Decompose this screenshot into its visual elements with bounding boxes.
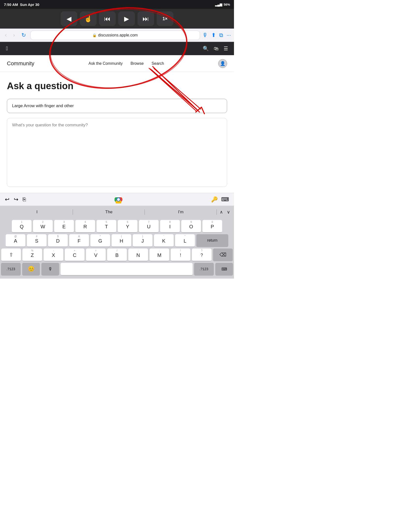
forward-nav-button[interactable]: › bbox=[11, 31, 17, 39]
question-title-input[interactable] bbox=[7, 99, 227, 113]
key-question[interactable]: ? ? bbox=[192, 249, 212, 261]
key-icon: 🔑 bbox=[211, 196, 218, 202]
play-icon: ▶ bbox=[124, 15, 129, 23]
wifi-icon: ▂▄▆ bbox=[215, 3, 222, 6]
password-button[interactable]: 🔑 bbox=[211, 196, 218, 203]
key-k[interactable]: ' K bbox=[154, 234, 174, 247]
undo-button[interactable]: ↩ bbox=[5, 196, 9, 203]
key-g[interactable]: * G bbox=[90, 234, 110, 247]
key-d[interactable]: $ D bbox=[48, 234, 68, 247]
chrome-icon bbox=[115, 196, 122, 203]
return-key[interactable]: return bbox=[196, 234, 228, 247]
finger-button[interactable]: ☝ bbox=[80, 11, 97, 26]
key-v[interactable]: = V bbox=[86, 249, 106, 261]
numbers-key-right[interactable]: .?123 bbox=[194, 263, 214, 276]
key-p[interactable]: 0 P bbox=[202, 220, 222, 233]
back-button[interactable]: ◀ bbox=[61, 11, 77, 26]
question-body-input[interactable] bbox=[7, 118, 227, 187]
keyboard-row-1: 1 Q 2 W 3 E 4 R 5 T 6 Y 7 U 8 I bbox=[1, 220, 233, 233]
lock-icon: 🔒 bbox=[92, 33, 97, 37]
next-icon: ⏭ bbox=[143, 15, 149, 23]
keyboard-layout-key[interactable]: ⌨ bbox=[215, 263, 233, 276]
url-bar[interactable]: 🔒 discussions.apple.com bbox=[30, 31, 200, 40]
mic-button[interactable]: 🎙 bbox=[202, 32, 208, 38]
key-q[interactable]: 1 Q bbox=[12, 220, 32, 233]
key-i[interactable]: 8 I bbox=[160, 220, 180, 233]
predictive-item-3[interactable]: I'm bbox=[145, 208, 217, 216]
key-exclaim[interactable]: ! ! bbox=[171, 249, 190, 261]
numbers-key[interactable]: .?123 bbox=[1, 263, 21, 276]
status-right: ▂▄▆ 56% bbox=[215, 3, 230, 6]
tab-button[interactable]: ⧉ bbox=[219, 32, 223, 38]
paste-icon: ⎘ bbox=[23, 196, 26, 202]
media-controls-bar: ◀ ☝ ⏮ ▶ ⏭ 1× bbox=[0, 9, 234, 29]
next-button[interactable]: ⏭ bbox=[137, 11, 154, 26]
key-e[interactable]: 3 E bbox=[54, 220, 74, 233]
key-m[interactable]: : M bbox=[150, 249, 169, 261]
apple-nav:  🔍 🛍 ☰ bbox=[0, 42, 234, 55]
prev-icon: ⏮ bbox=[104, 15, 111, 23]
key-u[interactable]: 7 U bbox=[139, 220, 159, 233]
key-n[interactable]: ; N bbox=[128, 249, 148, 261]
keyboard-row-3: ⇧ % Z - X + C = V / B ; N : M bbox=[1, 249, 233, 261]
redo-icon: ↪ bbox=[14, 196, 18, 202]
play-button[interactable]: ▶ bbox=[118, 11, 135, 26]
community-logo[interactable]: Community bbox=[7, 60, 34, 67]
collapse-keyboard-up[interactable]: ∧ bbox=[220, 209, 223, 215]
browse-link[interactable]: Browse bbox=[131, 61, 144, 66]
bottom-toolbar: ↩ ↪ ⎘ 🔑 ⌨ bbox=[0, 193, 234, 206]
redo-button[interactable]: ↪ bbox=[14, 196, 18, 203]
ask-community-link[interactable]: Ask the Community bbox=[88, 61, 123, 66]
key-y[interactable]: 6 Y bbox=[118, 220, 137, 233]
tab-icon: ⧉ bbox=[219, 32, 223, 38]
key-f[interactable]: & F bbox=[69, 234, 89, 247]
back-nav-button[interactable]: ‹ bbox=[3, 31, 9, 39]
keyboard-settings-button[interactable]: ⌨ bbox=[221, 196, 229, 203]
bottom-toolbar-right: 🔑 ⌨ bbox=[211, 196, 229, 203]
keyboard: 1 Q 2 W 3 E 4 R 5 T 6 Y 7 U 8 I bbox=[0, 218, 234, 279]
avatar-icon: 👤 bbox=[220, 61, 225, 66]
more-button[interactable]: ··· bbox=[227, 32, 231, 38]
shift-key[interactable]: ⇧ bbox=[1, 249, 21, 261]
keyboard-row-2: @ A # S $ D & F * G ( H ) J ' K bbox=[1, 234, 233, 247]
speed-button[interactable]: 1× bbox=[157, 11, 173, 26]
search-link[interactable]: Search bbox=[151, 61, 164, 66]
collapse-keyboard-down[interactable]: ∨ bbox=[227, 209, 230, 215]
key-s[interactable]: # S bbox=[27, 234, 47, 247]
svg-point-10 bbox=[117, 198, 120, 201]
prev-button[interactable]: ⏮ bbox=[99, 11, 116, 26]
key-a[interactable]: @ A bbox=[6, 234, 25, 247]
bag-icon[interactable]: 🛍 bbox=[214, 46, 219, 51]
predictive-item-1[interactable]: I bbox=[1, 208, 73, 216]
search-icon[interactable]: 🔍 bbox=[203, 46, 209, 51]
keyboard-layout-icon: ⌨ bbox=[221, 267, 227, 271]
paste-button[interactable]: ⎘ bbox=[23, 196, 26, 203]
key-j[interactable]: ) J bbox=[133, 234, 152, 247]
key-x[interactable]: - X bbox=[44, 249, 63, 261]
space-key[interactable] bbox=[61, 263, 193, 276]
mic-icon: 🎙 bbox=[202, 32, 208, 38]
dictation-key[interactable]: 🎙 bbox=[41, 263, 59, 276]
share-button[interactable]: ⬆ bbox=[211, 32, 216, 38]
key-r[interactable]: 4 R bbox=[75, 220, 95, 233]
key-h[interactable]: ( H bbox=[112, 234, 131, 247]
undo-icon: ↩ bbox=[5, 196, 9, 202]
key-z[interactable]: % Z bbox=[22, 249, 42, 261]
predictive-item-2[interactable]: The bbox=[73, 208, 145, 216]
share-icon: ⬆ bbox=[211, 32, 216, 38]
menu-icon[interactable]: ☰ bbox=[224, 46, 228, 51]
emoji-key[interactable]: 😊 bbox=[22, 263, 40, 276]
key-o[interactable]: 9 O bbox=[181, 220, 201, 233]
page-title: Ask a question bbox=[7, 81, 227, 91]
key-t[interactable]: 5 T bbox=[97, 220, 116, 233]
key-b[interactable]: / B bbox=[107, 249, 127, 261]
delete-key[interactable]: ⌫ bbox=[213, 249, 233, 261]
finger-icon: ☝ bbox=[84, 15, 92, 23]
key-l[interactable]: " L bbox=[175, 234, 195, 247]
key-c[interactable]: + C bbox=[65, 249, 84, 261]
chrome-logo-container bbox=[115, 196, 122, 203]
key-w[interactable]: 2 W bbox=[33, 220, 53, 233]
apple-logo:  bbox=[6, 45, 8, 52]
user-avatar[interactable]: 👤 bbox=[218, 59, 227, 68]
reload-button[interactable]: ↻ bbox=[19, 31, 28, 39]
